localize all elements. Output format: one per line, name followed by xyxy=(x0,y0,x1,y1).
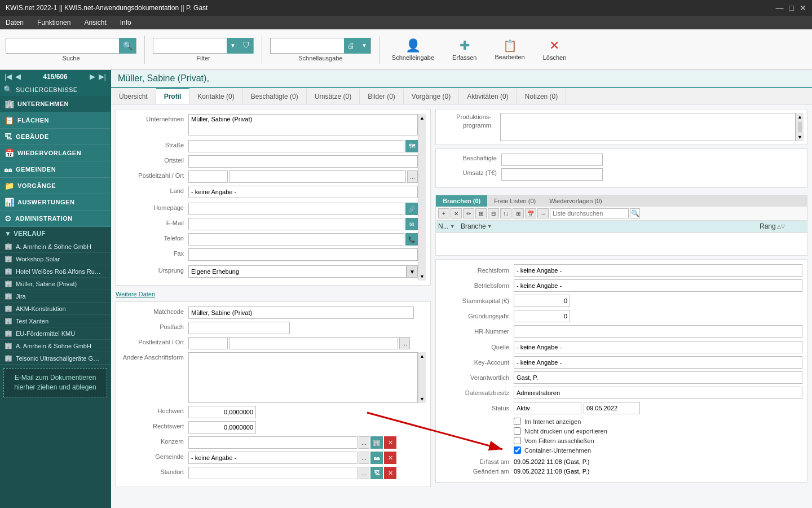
search-button[interactable]: 🔍 xyxy=(119,38,136,54)
andere-anschrift-scrollbar[interactable]: ▲ ▼ xyxy=(418,352,426,403)
menu-funktionen[interactable]: Funktionen xyxy=(35,17,73,28)
gemeinde-dots-btn[interactable]: ... xyxy=(359,452,369,464)
plz-postfach-dots-btn[interactable]: ... xyxy=(399,337,410,349)
verlauf-item-8[interactable]: 🏢 A. Amrhein & Söhne GmbH xyxy=(0,340,111,352)
search-input[interactable] xyxy=(6,41,119,51)
quelle-input[interactable] xyxy=(514,341,802,353)
email-send-btn[interactable]: ✉ xyxy=(405,218,418,230)
filter-dropdown-button[interactable]: ▼ xyxy=(227,38,239,54)
branchen-search-input[interactable] xyxy=(550,208,629,218)
produktions-scrollbar[interactable]: ▲ ▼ xyxy=(796,113,804,141)
sidebar-item-flaechen[interactable]: 📋 FLÄCHEN xyxy=(0,112,111,129)
unternehmen-input[interactable]: Müller, Sabine (Privat) xyxy=(188,114,418,135)
verlauf-item-7[interactable]: 🏢 EU-Fördermittel KMU xyxy=(0,327,111,340)
standort-dots-btn[interactable]: ... xyxy=(359,467,369,479)
minimize-button[interactable]: — xyxy=(776,3,784,12)
bearbeiten-section[interactable]: 📋 Bearbeiten xyxy=(490,37,529,63)
standort-remove-btn[interactable]: ✕ xyxy=(384,467,396,479)
ursprung-dropdown-btn[interactable]: ▼ xyxy=(407,265,418,278)
tab-beschaeftigte[interactable]: Beschäftigte (0) xyxy=(243,88,307,104)
scroll-up[interactable]: ▲ xyxy=(418,114,426,122)
branchen-add-btn[interactable]: + xyxy=(438,208,449,218)
checkbox-internet[interactable] xyxy=(514,418,521,425)
matchcode-input[interactable] xyxy=(188,306,414,319)
fax-input[interactable] xyxy=(188,248,418,261)
menu-ansicht[interactable]: Ansicht xyxy=(82,17,108,28)
gruendungsjahr-input[interactable] xyxy=(514,310,570,322)
verlauf-item-2[interactable]: 🏢 Hotel Weißes Roß Alfons Rudl... xyxy=(0,265,111,278)
standort-add-btn[interactable]: 🏗 xyxy=(370,467,383,479)
ort-input[interactable] xyxy=(229,170,406,183)
sidebar-item-unternehmen[interactable]: 🏢 UNTERNEHMEN xyxy=(0,96,111,112)
erfassen-section[interactable]: ✚ Erfassen xyxy=(448,36,481,63)
konzern-remove-btn[interactable]: ✕ xyxy=(384,436,396,449)
verlauf-item-1[interactable]: 🏢 Workshop Solar xyxy=(0,253,111,265)
verlauf-item-0[interactable]: 🏢 A. Amrhein & Söhne GmbH xyxy=(0,240,111,253)
homepage-input[interactable] xyxy=(188,203,404,215)
plz-dots-btn[interactable]: ... xyxy=(407,170,418,183)
schnelleingabe-section[interactable]: 👤 Schnelleingabe xyxy=(387,36,439,63)
konzern-input[interactable] xyxy=(188,436,358,449)
tab-vorgaenge[interactable]: Vorgänge (0) xyxy=(404,88,459,104)
plz-input[interactable] xyxy=(188,170,228,183)
scroll-down[interactable]: ▼ xyxy=(418,273,426,281)
land-input[interactable] xyxy=(188,186,418,198)
branchen-edit-btn[interactable]: ✏ xyxy=(463,208,474,218)
menu-daten[interactable]: Daten xyxy=(3,17,26,28)
telefon-call-btn[interactable]: 📞 xyxy=(405,233,418,246)
status-date-input[interactable] xyxy=(584,402,640,414)
verlauf-item-3[interactable]: 🏢 Müller, Sabine (Privat) xyxy=(0,278,111,290)
email-input[interactable] xyxy=(188,218,404,230)
filter-input[interactable] xyxy=(153,41,227,51)
tab-uebersicht[interactable]: Übersicht xyxy=(111,88,156,104)
checkbox-filter[interactable] xyxy=(514,437,521,444)
nav-prev-btn[interactable]: ◀ xyxy=(15,72,21,81)
sidebar-item-auswertungen[interactable]: 📊 AUSWERTUNGEN xyxy=(0,194,111,211)
tab-umsaetze[interactable]: Umsätze (0) xyxy=(307,88,360,104)
verlauf-item-4[interactable]: 🏢 Jira xyxy=(0,290,111,303)
telefon-input[interactable] xyxy=(188,233,404,246)
produktions-input[interactable] xyxy=(500,113,796,141)
gemeinde-input[interactable] xyxy=(188,452,358,464)
branchen-delete-btn[interactable]: ✕ xyxy=(451,208,462,218)
tab-notizen[interactable]: Notizen (0) xyxy=(517,88,567,104)
rechtswert-input[interactable] xyxy=(188,421,256,433)
loeschen-section[interactable]: ✕ Löschen xyxy=(539,36,571,63)
branchen-tab-freilisten[interactable]: Freie Listen (0) xyxy=(487,195,542,207)
betriebsform-input[interactable] xyxy=(514,279,802,292)
sidebar-item-wiedervorlagen[interactable]: 📅 WIEDERVORLAGEN xyxy=(0,145,111,161)
nav-last-btn[interactable]: ▶| xyxy=(99,72,106,81)
gemeinde-add-btn[interactable]: 🏘 xyxy=(370,452,383,464)
sidebar-item-administration[interactable]: ⚙ ADMINISTRATION xyxy=(0,211,111,227)
hochwert-input[interactable] xyxy=(188,406,256,418)
tab-profil[interactable]: Profil xyxy=(156,88,190,104)
print-button[interactable]: 🖨 xyxy=(344,38,358,54)
rechtsform-input[interactable] xyxy=(514,264,802,277)
branchen-tab-wiedervorlagen[interactable]: Wiedervorlagen (0) xyxy=(542,195,609,207)
nav-first-btn[interactable]: |◀ xyxy=(5,72,12,81)
sidebar-item-gebaeude[interactable]: 🏗 GEBÄUDE xyxy=(0,129,111,145)
verlauf-item-5[interactable]: 🏢 AKM-Konstruktion xyxy=(0,303,111,315)
branchen-tab-branchen[interactable]: Branchen (0) xyxy=(436,195,487,207)
filter-icon-button[interactable]: ⛉ xyxy=(239,38,253,54)
tab-bilder[interactable]: Bilder (0) xyxy=(360,88,404,104)
gemeinde-remove-btn[interactable]: ✕ xyxy=(384,452,396,464)
weitere-daten-link[interactable]: Weitere Daten xyxy=(116,291,155,297)
branchen-sort-btn[interactable]: ↑↓ xyxy=(500,208,511,218)
standort-input[interactable] xyxy=(188,467,358,479)
konzern-dots-btn[interactable]: ... xyxy=(359,436,369,449)
tab-aktivitaeten[interactable]: Aktivitäten (0) xyxy=(459,88,517,104)
verlauf-item-9[interactable]: 🏢 Telsonic Ultraschallgeräte Gmb... xyxy=(0,352,111,365)
ortsteil-input[interactable] xyxy=(188,155,418,168)
ort-postfach-input[interactable] xyxy=(229,337,398,349)
menu-info[interactable]: Info xyxy=(118,17,134,28)
plz-postfach-input[interactable] xyxy=(188,337,228,349)
output-dropdown-button[interactable]: ▼ xyxy=(358,38,370,54)
umsatz-input[interactable] xyxy=(501,168,603,181)
verantwortlich-input[interactable] xyxy=(514,371,802,384)
checkbox-container[interactable] xyxy=(514,446,521,454)
konzern-add-btn[interactable]: 🏢 xyxy=(370,436,383,449)
sidebar-search[interactable]: 🔍 SUCHERGEBNISSE xyxy=(0,83,111,96)
strasse-input[interactable] xyxy=(188,140,404,152)
beschaeftigte-input[interactable] xyxy=(501,154,603,166)
